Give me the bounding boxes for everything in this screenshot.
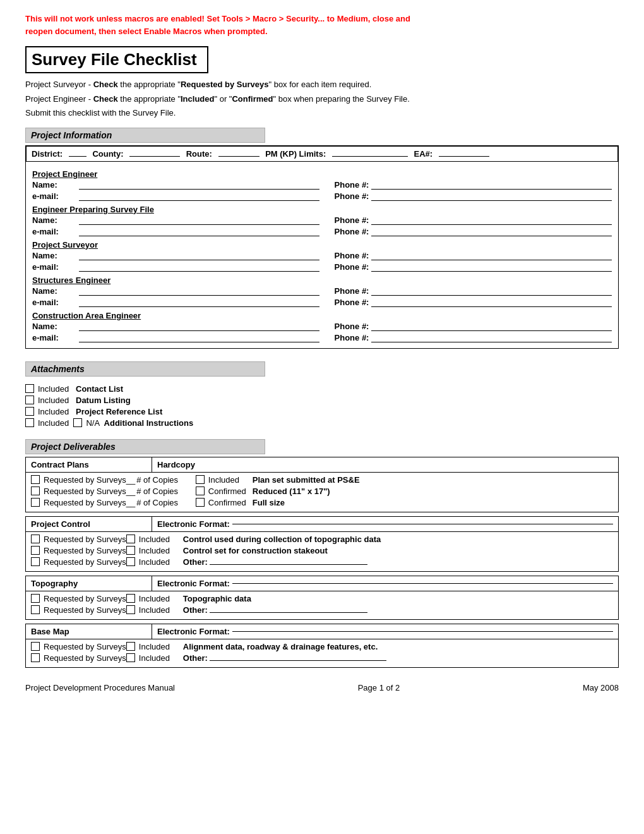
bm-format-field[interactable]: [232, 631, 613, 632]
attach-cb-2[interactable]: [25, 396, 34, 404]
pc-inc-1: Included: [126, 535, 183, 544]
bm-req-2: Requested by Surveys: [31, 653, 126, 663]
pc-cb-req-1[interactable]: [31, 535, 40, 543]
ps-email-row: e-mail: Phone #:: [32, 262, 612, 272]
attach-cb-4[interactable]: [25, 418, 34, 427]
pe-phone2-field[interactable]: [371, 200, 612, 201]
county-label: County:: [92, 149, 123, 159]
se-email-row: e-mail: Phone #:: [32, 298, 612, 307]
topo-cb-inc-1[interactable]: [126, 594, 135, 603]
instruction-3: Submit this checklist with the Survey Fi…: [25, 107, 619, 119]
ps-phone-field[interactable]: [371, 260, 612, 260]
pc-cb-inc-2[interactable]: [126, 546, 135, 555]
epsf-phone-field[interactable]: [371, 224, 612, 225]
cae-name-row: Name: Phone #:: [32, 322, 612, 331]
cae-name-field[interactable]: [79, 330, 319, 331]
attach-cb-3[interactable]: [25, 407, 34, 416]
base-map-header: Base Map Electronic Format:: [26, 624, 618, 639]
cp-cb-inc-1[interactable]: [196, 475, 205, 484]
cp-cb-req-2[interactable]: [31, 486, 40, 495]
topography-title: Topography: [26, 576, 152, 591]
bm-cb-req-2[interactable]: [31, 653, 40, 662]
topography-header: Topography Electronic Format:: [26, 576, 618, 591]
cae-phone-field[interactable]: [371, 330, 612, 331]
se-phone2-field[interactable]: [371, 306, 612, 307]
ps-name-row: Name: Phone #:: [32, 251, 612, 260]
topo-row-1: Requested by Surveys Included Topographi…: [31, 594, 613, 603]
pe-name-label: Name:: [32, 180, 76, 190]
cae-phone2-label: Phone #:: [335, 333, 369, 342]
cp-desc-3: Full size: [253, 498, 613, 507]
cp-cb-inc-2[interactable]: [196, 486, 205, 495]
base-map-rows: Requested by Surveys Included Alignment …: [26, 639, 618, 667]
cae-phone2-field[interactable]: [371, 342, 612, 342]
ps-name-field[interactable]: [79, 260, 319, 260]
page-title: Survey File Checklist: [32, 50, 197, 70]
se-email-field[interactable]: [79, 306, 319, 307]
contract-plans-header: Contract Plans Hardcopy: [26, 457, 618, 473]
project-control-rows: Requested by Surveys Included Control us…: [26, 532, 618, 571]
topo-desc-2: Other:: [183, 605, 613, 615]
cp-row-1: Requested by Surveys __ # of Copies Incl…: [31, 475, 613, 485]
attach-cb-na[interactable]: [73, 418, 82, 427]
cp-cb-conf-3[interactable]: [196, 498, 205, 507]
topo-format-label: Electronic Format:: [157, 579, 230, 588]
cp-req-3: Requested by Surveys: [31, 498, 126, 507]
section-structures-engineer: Structures Engineer: [32, 275, 612, 285]
bm-cb-inc-2[interactable]: [126, 653, 135, 662]
epsf-phone2-label: Phone #:: [335, 227, 369, 236]
pe-email-label: e-mail:: [32, 191, 76, 201]
footer-left: Project Development Procedures Manual: [25, 683, 175, 692]
ps-email-field[interactable]: [79, 271, 319, 272]
bm-cb-req-1[interactable]: [31, 642, 40, 651]
se-name-label: Name:: [32, 286, 76, 296]
bm-desc-2: Other:: [183, 653, 613, 663]
cp-cb-req-3[interactable]: [31, 498, 40, 507]
footer-right: May 2008: [583, 683, 619, 692]
ps-phone2-label: Phone #:: [335, 262, 369, 272]
ps-name-label: Name:: [32, 251, 76, 260]
pc-cb-req-3[interactable]: [31, 557, 40, 566]
pe-phone2-label: Phone #:: [335, 191, 369, 201]
pc-format-field[interactable]: [232, 524, 613, 524]
pc-desc-2: Control set for construction stakeout: [183, 546, 613, 555]
base-map-title: Base Map: [26, 624, 152, 639]
macro-warning: This will not work unless macros are ena…: [25, 13, 619, 37]
pc-req-1: Requested by Surveys: [31, 535, 126, 544]
pc-cb-inc-3[interactable]: [126, 557, 135, 566]
pe-name-field[interactable]: [79, 189, 319, 190]
epsf-phone2-field[interactable]: [371, 236, 612, 236]
section-cae: Construction Area Engineer: [32, 311, 612, 320]
se-phone-label: Phone #:: [335, 286, 369, 296]
cp-copies-3: __ # of Copies: [126, 498, 196, 507]
project-deliverables-header: Project Deliverables: [25, 439, 265, 454]
cp-cb-req-1[interactable]: [31, 475, 40, 484]
topo-format-field[interactable]: [232, 583, 613, 584]
pc-cb-inc-1[interactable]: [126, 535, 135, 543]
epsf-name-field[interactable]: [79, 224, 319, 225]
ps-phone-label: Phone #:: [335, 251, 369, 260]
epsf-email-label: e-mail:: [32, 227, 76, 236]
se-name-field[interactable]: [79, 295, 319, 296]
pe-phone-field[interactable]: [371, 189, 612, 190]
pc-inc-2: Included: [126, 546, 183, 555]
epsf-email-field[interactable]: [79, 236, 319, 236]
topo-cb-inc-2[interactable]: [126, 605, 135, 614]
topo-desc-1: Topographic data: [183, 594, 613, 603]
topography-rows: Requested by Surveys Included Topographi…: [26, 591, 618, 619]
topo-cb-req-2[interactable]: [31, 605, 40, 614]
district-label: District:: [32, 149, 63, 159]
ps-phone2-field[interactable]: [371, 271, 612, 272]
pc-inc-3: Included: [126, 557, 183, 567]
pe-email-field[interactable]: [79, 200, 319, 201]
attach-additional: Included N/A Additional Instructions: [25, 418, 619, 428]
attach-cb-1[interactable]: [25, 384, 34, 393]
pc-cb-req-2[interactable]: [31, 546, 40, 555]
bm-cb-inc-1[interactable]: [126, 642, 135, 651]
se-name-row: Name: Phone #:: [32, 286, 612, 296]
se-phone-field[interactable]: [371, 295, 612, 296]
bm-format-row: Electronic Format:: [152, 624, 618, 639]
topo-cb-req-1[interactable]: [31, 594, 40, 603]
bm-inc-1: Included: [126, 642, 183, 651]
cae-email-field[interactable]: [79, 342, 319, 342]
